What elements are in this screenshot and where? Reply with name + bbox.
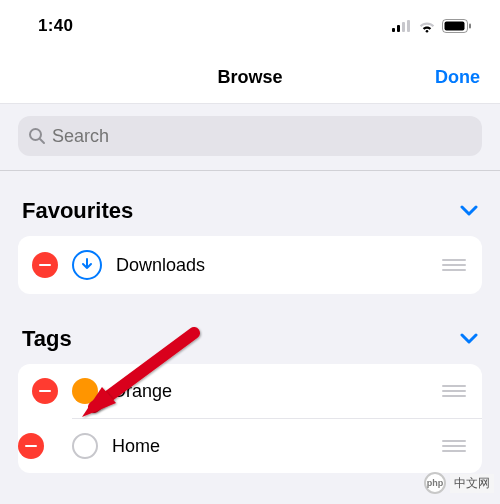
favourites-title: Favourites — [22, 198, 133, 224]
watermark: php 中文网 — [424, 472, 494, 494]
tag-color-dot — [72, 378, 98, 404]
svg-rect-6 — [445, 22, 465, 31]
wifi-icon — [418, 20, 436, 33]
watermark-logo: php — [424, 472, 446, 494]
svg-rect-2 — [402, 22, 405, 32]
download-icon — [72, 250, 102, 280]
drag-handle[interactable] — [442, 385, 468, 397]
favourites-header[interactable]: Favourites — [18, 190, 482, 236]
svg-rect-0 — [392, 28, 395, 32]
tags-header[interactable]: Tags — [18, 318, 482, 364]
list-item[interactable]: Orange — [18, 364, 482, 418]
minus-icon — [39, 390, 51, 393]
page-title: Browse — [217, 67, 282, 88]
item-label: Orange — [112, 381, 428, 402]
svg-rect-7 — [469, 24, 471, 29]
tags-list: Orange Home — [18, 364, 482, 473]
cellular-icon — [392, 20, 412, 32]
drag-handle[interactable] — [442, 259, 468, 271]
search-icon — [28, 127, 46, 145]
status-time: 1:40 — [38, 16, 73, 36]
list-item[interactable]: Home — [72, 418, 482, 473]
svg-rect-3 — [407, 20, 410, 32]
nav-header: Browse Done — [0, 52, 500, 104]
svg-rect-1 — [397, 25, 400, 32]
tag-color-dot — [72, 433, 98, 459]
delete-button[interactable] — [18, 433, 44, 459]
battery-icon — [442, 19, 472, 33]
search-bar[interactable] — [18, 116, 482, 156]
chevron-down-icon — [460, 205, 478, 217]
delete-button[interactable] — [32, 378, 58, 404]
svg-line-9 — [40, 139, 44, 143]
content-area: Favourites Downloads Tags Orange — [0, 176, 500, 473]
svg-point-4 — [426, 29, 429, 32]
watermark-text: 中文网 — [450, 474, 494, 493]
status-bar: 1:40 — [0, 0, 500, 52]
done-button[interactable]: Done — [435, 67, 480, 88]
item-label: Downloads — [116, 255, 428, 276]
tags-title: Tags — [22, 326, 72, 352]
status-icons — [392, 19, 472, 33]
minus-icon — [25, 445, 37, 448]
search-input[interactable] — [52, 126, 472, 147]
list-item[interactable]: Downloads — [18, 236, 482, 294]
delete-button[interactable] — [32, 252, 58, 278]
minus-icon — [39, 264, 51, 267]
chevron-down-icon — [460, 333, 478, 345]
item-label: Home — [112, 436, 428, 457]
drag-handle[interactable] — [442, 440, 468, 452]
favourites-list: Downloads — [18, 236, 482, 294]
